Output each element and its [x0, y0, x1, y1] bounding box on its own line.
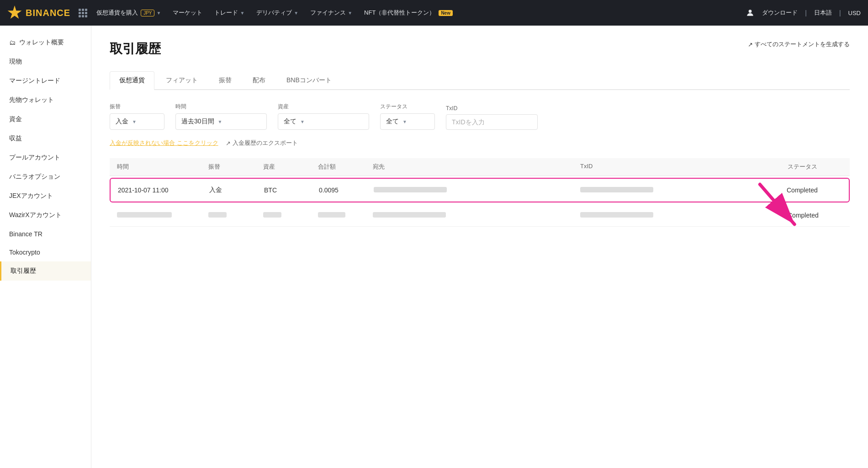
cell-destination-2 — [373, 212, 580, 219]
nav-finance[interactable]: ファイナンス ▼ — [306, 0, 357, 26]
sidebar: 🗂 ウォレット概要 現物 マージントレード 先物ウォレット 資金 収益 プールア… — [0, 26, 91, 468]
cell-time-1: 2021-10-07 11:00 — [118, 186, 209, 194]
sidebar-item-earnings[interactable]: 収益 — [0, 129, 91, 148]
sidebar-item-jex-account[interactable]: JEXアカウント — [0, 186, 91, 206]
transaction-table: 時間 振替 資産 合計額 宛先 TxID ステータス 2021-10-07 11… — [110, 158, 850, 227]
tab-distribution[interactable]: 配布 — [243, 71, 275, 90]
sidebar-item-pool-account[interactable]: プールアカウント — [0, 148, 91, 167]
grid-icon[interactable] — [79, 9, 87, 17]
tab-crypto[interactable]: 仮想通貨 — [110, 71, 154, 90]
links-row: 入金が反映されない場合 ここをクリック ↗ 入金履歴のエクスポート — [110, 139, 850, 147]
col-amount: 合計額 — [318, 163, 373, 171]
top-navigation: BINANCE 仮想通貨を購入 JPY ▼ マーケット トレード ▼ デリバティ… — [0, 0, 868, 26]
cell-asset-1: BTC — [264, 186, 319, 194]
sidebar-item-binance-tr[interactable]: Binance TR — [0, 225, 91, 243]
asset-select[interactable]: 全て ▼ — [278, 113, 369, 130]
filter-status: ステータス 全て ▼ — [380, 103, 435, 130]
transfer-select[interactable]: 入金 ▼ — [110, 113, 164, 130]
filters: 振替 入金 ▼ 時間 過去30日間 ▼ 資産 全て ▼ — [110, 103, 850, 130]
user-icon-button[interactable] — [746, 8, 755, 17]
currency-selector[interactable]: USD — [848, 10, 861, 16]
tabs: 仮想通貨 フィアット 振替 配布 BNBコンバート — [110, 70, 850, 90]
trade-chevron: ▼ — [240, 11, 244, 16]
transfer-chevron: ▼ — [132, 119, 137, 124]
finance-chevron: ▼ — [348, 11, 352, 16]
logo[interactable]: BINANCE — [7, 5, 70, 20]
export-icon: ↗ — [748, 41, 753, 48]
wallet-icon: 🗂 — [9, 39, 16, 46]
main-layout: 🗂 ウォレット概要 現物 マージントレード 先物ウォレット 資金 収益 プールア… — [0, 26, 868, 468]
new-badge: New — [439, 10, 453, 16]
sidebar-item-vanilla-options[interactable]: バニラオプション — [0, 167, 91, 186]
nav-trade[interactable]: トレード ▼ — [210, 0, 249, 26]
sidebar-item-spot[interactable]: 現物 — [0, 52, 91, 71]
export-icon-small: ↗ — [226, 140, 231, 147]
table-row: 2021-10-07 11:00 入金 BTC 0.0095 Completed — [110, 178, 850, 202]
sidebar-item-wallet-overview[interactable]: 🗂 ウォレット概要 — [0, 33, 91, 52]
col-status: ステータス — [788, 163, 842, 171]
transfer-filter-label: 振替 — [110, 103, 164, 111]
time-chevron: ▼ — [218, 119, 222, 124]
sidebar-item-wazirx-account[interactable]: WazirXアカウント — [0, 206, 91, 225]
binance-logo-icon — [7, 5, 22, 20]
col-asset: 資産 — [263, 163, 318, 171]
tab-transfer[interactable]: 振替 — [209, 71, 241, 90]
col-destination: 宛先 — [373, 163, 580, 171]
cell-time-2 — [117, 212, 208, 219]
logo-text: BINANCE — [26, 8, 70, 18]
nav-market[interactable]: マーケット — [168, 0, 207, 26]
filter-txid: TxID — [446, 105, 538, 130]
nav-divider-2: | — [839, 9, 841, 16]
buy-crypto-chevron: ▼ — [156, 11, 161, 16]
status-select[interactable]: 全て ▼ — [380, 113, 435, 130]
sidebar-item-futures-wallet[interactable]: 先物ウォレット — [0, 90, 91, 110]
svg-point-0 — [749, 10, 752, 13]
txid-filter-label: TxID — [446, 105, 538, 112]
nav-divider: | — [805, 9, 807, 16]
filter-asset: 資産 全て ▼ — [278, 103, 369, 130]
status-filter-label: ステータス — [380, 103, 435, 111]
cell-transfer-2 — [208, 212, 263, 219]
cell-asset-2 — [263, 212, 318, 219]
col-transfer: 振替 — [208, 163, 263, 171]
nav-derivatives[interactable]: デリバティブ ▼ — [252, 0, 303, 26]
table-header: 時間 振替 資産 合計額 宛先 TxID ステータス — [110, 158, 850, 176]
page-header: 取引履歴 ↗ すべてのステートメントを生成する — [110, 40, 850, 58]
nav-nft[interactable]: NFT（非代替性トークン） New — [360, 0, 457, 26]
cell-status-1: Completed — [787, 186, 842, 194]
cell-txid-1 — [580, 186, 787, 194]
sidebar-item-margin[interactable]: マージントレード — [0, 71, 91, 90]
status-chevron: ▼ — [402, 119, 407, 124]
tab-fiat[interactable]: フィアット — [156, 71, 207, 90]
topnav-right: ダウンロード | 日本語 | USD — [746, 8, 861, 17]
language-selector[interactable]: 日本語 — [814, 9, 832, 17]
tab-bnb-convert[interactable]: BNBコンバート — [277, 71, 341, 90]
cell-amount-2 — [318, 212, 373, 219]
nav-buy-crypto[interactable]: 仮想通貨を購入 JPY ▼ — [92, 0, 165, 26]
sidebar-item-tokocrypto[interactable]: Tokocrypto — [0, 243, 91, 261]
col-txid: TxID — [580, 163, 788, 171]
asset-filter-label: 資産 — [278, 103, 369, 111]
time-select[interactable]: 過去30日間 ▼ — [175, 113, 267, 130]
download-button[interactable]: ダウンロード — [762, 9, 798, 17]
time-filter-label: 時間 — [175, 103, 267, 111]
cell-status-2: Completed — [788, 212, 842, 219]
col-time: 時間 — [117, 163, 208, 171]
main-content: 取引履歴 ↗ すべてのステートメントを生成する 仮想通貨 フィアット 振替 配布… — [91, 26, 868, 468]
table-row: Completed — [110, 204, 850, 227]
export-all-link[interactable]: ↗ すべてのステートメントを生成する — [748, 40, 850, 48]
deposit-issue-link[interactable]: 入金が反映されない場合 ここをクリック — [110, 139, 218, 147]
jpy-badge: JPY — [141, 10, 154, 16]
export-link[interactable]: ↗ 入金履歴のエクスポート — [226, 139, 298, 147]
cell-transfer-1: 入金 — [209, 186, 264, 194]
filter-transfer: 振替 入金 ▼ — [110, 103, 164, 130]
filter-time: 時間 過去30日間 ▼ — [175, 103, 267, 130]
txid-input[interactable] — [446, 114, 538, 130]
sidebar-item-funds[interactable]: 資金 — [0, 110, 91, 129]
page-title: 取引履歴 — [110, 40, 161, 58]
sidebar-item-transaction-history[interactable]: 取引履歴 — [0, 261, 91, 281]
cell-destination-1 — [374, 186, 580, 194]
cell-amount-1: 0.0095 — [319, 186, 374, 194]
cell-txid-2 — [580, 212, 788, 219]
derivatives-chevron: ▼ — [294, 11, 298, 16]
